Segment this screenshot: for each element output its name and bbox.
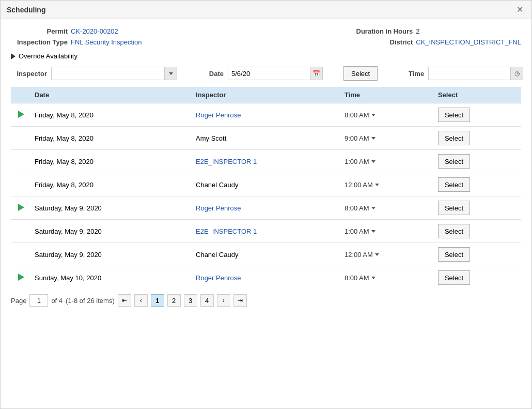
- inspector-link[interactable]: Roger Penrose: [196, 274, 241, 282]
- row-inspector[interactable]: E2E_INSPECTOR 1: [191, 150, 339, 173]
- inspection-type-label: Inspection Type: [11, 38, 68, 46]
- time-dropdown: 9:00 AM: [345, 134, 375, 142]
- row-select-button[interactable]: Select: [438, 270, 470, 285]
- override-header[interactable]: Override Availability: [11, 52, 521, 60]
- district-label: District: [356, 38, 413, 46]
- inspector-group: Inspector: [11, 67, 177, 80]
- row-icon-cell: [11, 243, 29, 266]
- row-inspector[interactable]: Roger Penrose: [191, 103, 339, 127]
- row-select-button[interactable]: Select: [438, 177, 470, 192]
- info-section: Permit CK-2020-00202 Inspection Type FNL…: [11, 27, 521, 46]
- range-info: (1-8 of 26 items): [66, 297, 115, 305]
- last-page-button[interactable]: ⇥: [233, 294, 247, 307]
- dialog-title-bar: Scheduling ✕: [1, 1, 531, 19]
- time-dropdown-arrow[interactable]: [371, 114, 375, 116]
- row-icon-cell: [11, 173, 29, 196]
- scheduling-dialog: Scheduling ✕ Permit CK-2020-00202 Inspec…: [0, 0, 532, 409]
- info-right: Duration in Hours 2 District CK_INSPECTI…: [356, 27, 521, 46]
- time-group: Time ◷: [388, 67, 523, 80]
- table-row: Sunday, May 10, 2020Roger Penrose8:00 AM…: [11, 266, 521, 290]
- time-dropdown-arrow[interactable]: [371, 207, 375, 209]
- row-date: Friday, May 8, 2020: [29, 173, 191, 196]
- row-inspector[interactable]: Roger Penrose: [191, 266, 339, 290]
- time-value: 1:00 AM: [345, 228, 369, 235]
- date-input[interactable]: [228, 67, 310, 80]
- row-icon-cell: [11, 220, 29, 243]
- inspector-dropdown-button[interactable]: [165, 67, 177, 80]
- time-value: 1:00 AM: [345, 158, 369, 165]
- row-time: 1:00 AM: [339, 220, 433, 243]
- page-4-button[interactable]: 4: [200, 294, 214, 307]
- row-select-cell: Select: [433, 266, 521, 290]
- play-icon: [18, 274, 24, 281]
- time-dropdown-arrow[interactable]: [371, 230, 375, 233]
- table-row: Friday, May 8, 2020Roger Penrose8:00 AMS…: [11, 103, 521, 127]
- calendar-button[interactable]: 📅: [310, 67, 323, 80]
- row-select-cell: Select: [433, 127, 521, 150]
- time-dropdown-arrow[interactable]: [375, 184, 379, 186]
- inspector-link[interactable]: Roger Penrose: [196, 204, 241, 212]
- time-dropdown-arrow[interactable]: [371, 277, 375, 279]
- dialog-body: Permit CK-2020-00202 Inspection Type FNL…: [1, 19, 531, 408]
- time-value: 8:00 AM: [345, 274, 369, 282]
- time-input[interactable]: [428, 67, 511, 80]
- row-select-button[interactable]: Select: [438, 201, 470, 215]
- inspection-type-row: Inspection Type FNL Security Inspection: [11, 38, 142, 46]
- permit-value: CK-2020-00202: [71, 27, 118, 35]
- clock-button[interactable]: ◷: [511, 67, 523, 80]
- dialog-title: Scheduling: [7, 6, 45, 14]
- date-group: Date 📅: [187, 67, 323, 80]
- time-dropdown: 1:00 AM: [345, 228, 375, 235]
- row-inspector[interactable]: E2E_INSPECTOR 1: [191, 220, 339, 243]
- table-row: Saturday, May 9, 2020E2E_INSPECTOR 11:00…: [11, 220, 521, 243]
- play-icon: [18, 204, 24, 211]
- row-date: Friday, May 8, 2020: [29, 150, 191, 173]
- table-row: Saturday, May 9, 2020Roger Penrose8:00 A…: [11, 196, 521, 220]
- inspector-link[interactable]: Roger Penrose: [196, 111, 241, 119]
- duration-label: Duration in Hours: [356, 27, 413, 35]
- row-select-button[interactable]: Select: [438, 247, 470, 262]
- row-time: 8:00 AM: [339, 196, 433, 220]
- duration-row: Duration in Hours 2: [356, 27, 521, 35]
- first-page-button[interactable]: ⇤: [118, 294, 131, 307]
- page-input[interactable]: [29, 294, 48, 307]
- col-inspector: Inspector: [191, 87, 339, 103]
- table-header-row: Date Inspector Time Select: [11, 87, 521, 103]
- availability-table: Date Inspector Time Select Friday, May 8…: [11, 87, 521, 289]
- duration-value: 2: [416, 27, 419, 35]
- override-select-button[interactable]: Select: [343, 66, 378, 81]
- row-inspector[interactable]: Roger Penrose: [191, 196, 339, 220]
- row-select-button[interactable]: Select: [438, 154, 470, 169]
- page-2-button[interactable]: 2: [167, 294, 181, 307]
- time-form-label: Time: [388, 70, 424, 78]
- inspector-link[interactable]: E2E_INSPECTOR 1: [196, 158, 257, 165]
- inspector-input[interactable]: [51, 67, 165, 80]
- row-select-button[interactable]: Select: [438, 131, 470, 145]
- row-select-button[interactable]: Select: [438, 108, 470, 122]
- next-page-button[interactable]: ›: [217, 294, 230, 307]
- page-3-button[interactable]: 3: [184, 294, 197, 307]
- row-icon-cell: [11, 266, 29, 290]
- close-button[interactable]: ✕: [514, 5, 525, 14]
- override-right: Select Time ◷: [323, 66, 523, 81]
- row-select-button[interactable]: Select: [438, 224, 470, 238]
- prev-page-button[interactable]: ‹: [134, 294, 148, 307]
- row-date: Saturday, May 9, 2020: [29, 196, 191, 220]
- time-dropdown-arrow[interactable]: [375, 253, 379, 256]
- time-dropdown-arrow[interactable]: [371, 137, 375, 140]
- table-row: Friday, May 8, 2020E2E_INSPECTOR 11:00 A…: [11, 150, 521, 173]
- col-select: Select: [433, 87, 521, 103]
- page-1-button[interactable]: 1: [151, 294, 164, 307]
- row-time: 12:00 AM: [339, 243, 433, 266]
- row-icon-cell: [11, 196, 29, 220]
- info-left: Permit CK-2020-00202 Inspection Type FNL…: [11, 27, 142, 46]
- pagination: Page of 4 (1-8 of 26 items) ⇤ ‹ 1 2 3 4 …: [11, 289, 521, 309]
- time-dropdown: 12:00 AM: [345, 251, 379, 259]
- time-dropdown-arrow[interactable]: [371, 160, 375, 163]
- row-select-cell: Select: [433, 220, 521, 243]
- inspector-link[interactable]: E2E_INSPECTOR 1: [196, 228, 257, 235]
- district-row: District CK_INSPECTION_DISTRICT_FNL: [356, 38, 521, 46]
- table-row: Saturday, May 9, 2020Chanel Caudy12:00 A…: [11, 243, 521, 266]
- override-left: Inspector Date 📅: [11, 67, 323, 80]
- time-value: 12:00 AM: [345, 251, 373, 259]
